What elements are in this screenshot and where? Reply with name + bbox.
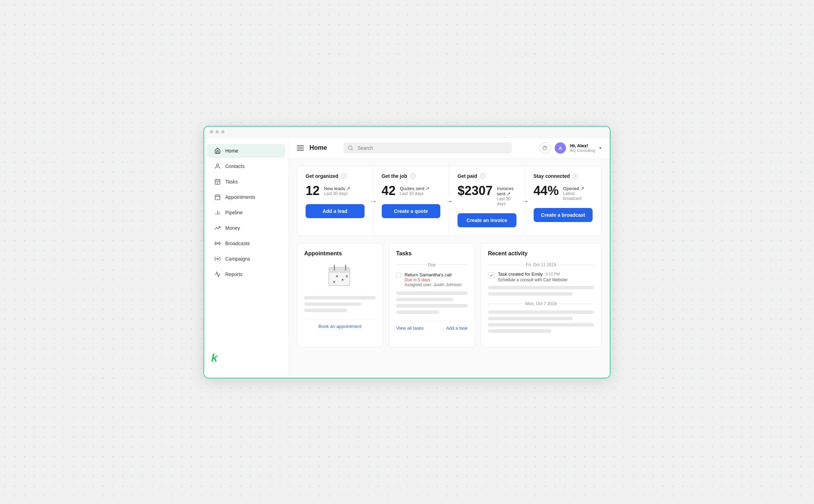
sidebar-item-reports-label: Reports bbox=[225, 271, 242, 277]
svg-text:×: × bbox=[333, 280, 335, 284]
stat-card-get-paid-detail: Invoices sent ↗ Last 30 days bbox=[497, 184, 516, 206]
browser-window: Home Contacts bbox=[204, 126, 610, 378]
reports-icon bbox=[214, 271, 221, 278]
stats-row: Get organized i 12 New leads ↗ Last 30 d… bbox=[297, 166, 601, 236]
sidebar-item-campaigns[interactable]: Campaigns bbox=[207, 252, 285, 266]
get-paid-info-icon[interactable]: i bbox=[480, 173, 486, 179]
svg-point-12 bbox=[217, 243, 218, 244]
task-content: Return Samantha's call Due in 5 days Ass… bbox=[405, 272, 468, 287]
appointments-card: Appointments × × × × bbox=[297, 243, 383, 347]
svg-text:×: × bbox=[336, 274, 338, 279]
tasks-card: Tasks Due Return Samantha's call Due in … bbox=[389, 243, 475, 347]
activity-date-fri: Fri, Oct 11 2019 bbox=[488, 262, 594, 267]
search-input[interactable] bbox=[343, 142, 512, 154]
menu-icon[interactable] bbox=[297, 146, 304, 150]
appointments-footer: Book an appointment bbox=[304, 319, 376, 329]
appointments-card-title: Appointments bbox=[304, 250, 376, 257]
sidebar-item-money[interactable]: Money bbox=[207, 221, 285, 235]
task-due: Due in 5 days bbox=[405, 277, 468, 282]
sidebar-item-pipeline-label: Pipeline bbox=[225, 210, 243, 215]
view-all-tasks-link[interactable]: View all tasks bbox=[396, 325, 424, 331]
chevron-down-icon[interactable]: ▾ bbox=[599, 146, 601, 150]
stat-card-get-job-detail: Quotes sent ↗ Last 30 days bbox=[400, 184, 430, 196]
create-quote-button[interactable]: Create a quote bbox=[382, 204, 441, 218]
skeleton-line bbox=[488, 292, 573, 296]
stat-card-get-job-number: 42 bbox=[382, 184, 396, 197]
help-icon[interactable] bbox=[539, 142, 551, 154]
stat-card-stay-connected: Stay connected i 44% Opened ↗ Latest bro… bbox=[525, 166, 601, 236]
user-company: AQ Consulting bbox=[570, 148, 595, 153]
task-assigned: Assigned user: Justin Johnson bbox=[405, 282, 468, 287]
home-icon bbox=[214, 147, 221, 154]
stat-card-stay-connected-header: Stay connected i bbox=[534, 173, 593, 179]
browser-dot-red bbox=[210, 130, 213, 134]
sidebar-item-broadcasts-label: Broadcasts bbox=[225, 241, 250, 246]
due-divider: Due bbox=[396, 262, 468, 267]
stat-card-get-organized-header: Get organized i bbox=[306, 173, 365, 179]
get-job-info-icon[interactable]: i bbox=[410, 173, 416, 179]
stay-connected-info-icon[interactable]: i bbox=[573, 173, 578, 179]
sidebar-item-appointments[interactable]: Appointments bbox=[207, 190, 285, 204]
activity-item: Task created for Emily 3:10 PM Schedule … bbox=[488, 271, 594, 282]
tasks-skeleton bbox=[396, 291, 468, 314]
money-icon bbox=[214, 224, 221, 231]
tasks-footer: View all tasks Add a task bbox=[396, 321, 468, 331]
stat-card-get-paid-header: Get paid i bbox=[458, 173, 516, 179]
tasks-icon bbox=[214, 178, 221, 185]
add-lead-button[interactable]: Add a lead bbox=[306, 204, 365, 218]
bottom-row: Appointments × × × × bbox=[297, 243, 601, 347]
stat-card-get-paid-number: $2307 bbox=[458, 184, 493, 197]
app-layout: Home Contacts bbox=[204, 137, 610, 376]
due-label: Due bbox=[428, 262, 436, 267]
stat-card-get-organized-body: 12 New leads ↗ Last 30 days bbox=[306, 184, 365, 197]
user-name: Hi, Alex! bbox=[570, 143, 595, 148]
stat-card-get-organized-detail: New leads ↗ Last 30 days bbox=[324, 184, 350, 196]
campaigns-icon bbox=[214, 255, 221, 262]
create-invoice-button[interactable]: Create an invoice bbox=[458, 213, 516, 227]
pipeline-icon bbox=[214, 209, 221, 216]
recent-activity-title: Recent activity bbox=[488, 250, 594, 257]
sidebar-item-tasks-label: Tasks bbox=[225, 179, 238, 184]
stat-card-stay-connected-detail: Opened ↗ Latest broadcast bbox=[563, 184, 593, 201]
stat-card-get-organized-sublabel: Last 30 days bbox=[324, 191, 350, 196]
book-appointment-link[interactable]: Book an appointment bbox=[319, 324, 362, 329]
task-checkbox[interactable] bbox=[396, 273, 401, 278]
appointments-skeleton bbox=[304, 296, 376, 312]
skeleton-line bbox=[488, 323, 594, 327]
stat-card-get-organized-number: 12 bbox=[306, 184, 320, 197]
skeleton-line bbox=[396, 298, 453, 301]
recent-activity-card: Recent activity Fri, Oct 11 2019 bbox=[481, 243, 601, 347]
create-broadcast-button[interactable]: Create a broadcast bbox=[534, 208, 593, 222]
sidebar-item-tasks[interactable]: Tasks bbox=[207, 175, 285, 189]
add-task-link[interactable]: Add a task bbox=[446, 325, 467, 331]
arrow-divider-1: → bbox=[369, 196, 378, 206]
arrow-divider-3: → bbox=[521, 196, 530, 206]
get-organized-info-icon[interactable]: i bbox=[341, 173, 347, 179]
stat-card-get-job-title: Get the job bbox=[382, 173, 407, 179]
page-title: Home bbox=[309, 144, 327, 152]
sidebar-item-pipeline[interactable]: Pipeline bbox=[207, 206, 285, 220]
skeleton-line bbox=[488, 286, 594, 289]
sidebar-item-home[interactable]: Home bbox=[207, 144, 285, 158]
stat-card-get-organized-title: Get organized bbox=[306, 173, 338, 179]
stat-card-get-job-label: Quotes sent ↗ bbox=[400, 186, 430, 191]
svg-rect-5 bbox=[215, 195, 220, 200]
activity-desc: Schedule a consult with Carl Webster bbox=[498, 277, 594, 282]
skeleton-line bbox=[488, 329, 552, 333]
search-icon bbox=[348, 145, 353, 151]
sidebar-logo: k bbox=[204, 345, 288, 370]
activity-time: 3:10 PM bbox=[546, 272, 560, 276]
svg-text:×: × bbox=[346, 274, 348, 279]
sidebar-item-broadcasts[interactable]: Broadcasts bbox=[207, 236, 285, 250]
stat-card-get-organized-label: New leads ↗ bbox=[324, 186, 350, 191]
stat-card-get-paid: Get paid i $2307 Invoices sent ↗ Last 30… bbox=[449, 166, 525, 236]
sidebar-item-reports[interactable]: Reports bbox=[207, 267, 285, 281]
appointments-icon bbox=[214, 194, 221, 201]
app-header: Home bbox=[288, 137, 610, 159]
sidebar-item-contacts[interactable]: Contacts bbox=[207, 159, 285, 173]
svg-rect-1 bbox=[215, 180, 220, 184]
task-name: Return Samantha's call bbox=[405, 272, 468, 277]
stat-card-stay-connected-sublabel: Latest broadcast bbox=[563, 191, 593, 201]
stat-card-stay-connected-body: 44% Opened ↗ Latest broadcast bbox=[534, 184, 593, 201]
stat-card-get-organized: Get organized i 12 New leads ↗ Last 30 d… bbox=[297, 166, 373, 236]
